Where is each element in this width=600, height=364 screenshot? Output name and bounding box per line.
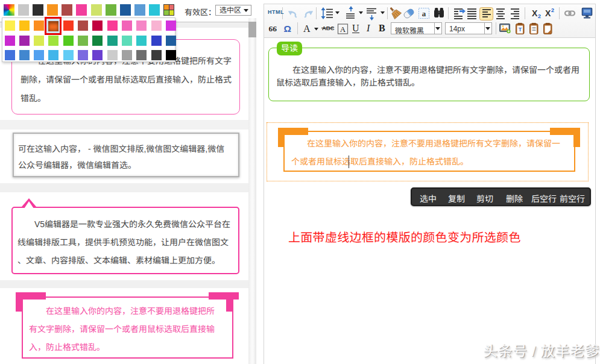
svg-text:A: A (303, 24, 311, 34)
svg-text:T: T (519, 27, 522, 33)
svg-text:2: 2 (551, 7, 554, 13)
svg-text:U: U (352, 23, 359, 33)
svg-text:2: 2 (538, 13, 541, 19)
svg-text:a: a (422, 9, 426, 18)
svg-text:99: 99 (268, 25, 277, 34)
svg-text:Ω: Ω (284, 24, 291, 34)
svg-text:X: X (532, 8, 538, 18)
svg-text:X: X (545, 8, 551, 18)
svg-text:A: A (340, 25, 346, 34)
svg-text:I: I (366, 23, 370, 33)
svg-text:B: B (379, 23, 385, 33)
